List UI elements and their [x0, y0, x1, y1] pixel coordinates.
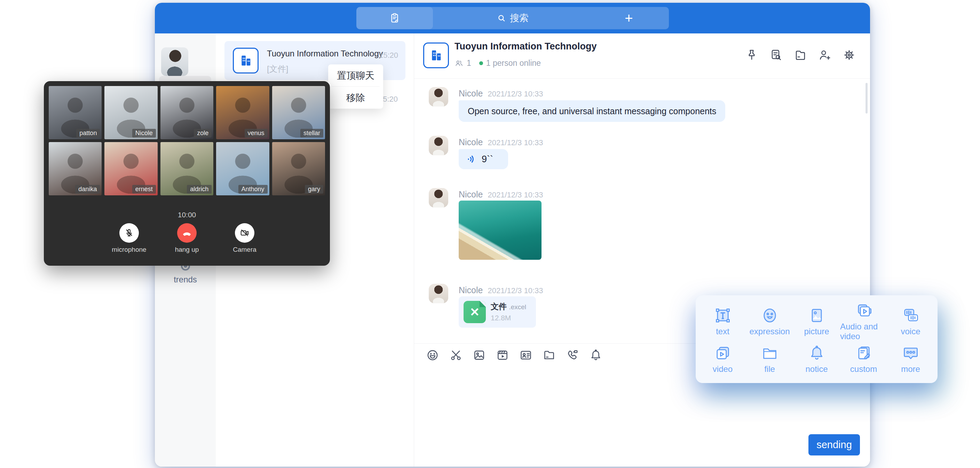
folder-icon[interactable]	[542, 348, 556, 362]
control-label: Camera	[220, 246, 269, 254]
building-icon	[239, 54, 253, 67]
notification-bell-icon[interactable]	[589, 348, 602, 362]
group-avatar	[423, 43, 449, 68]
hangup-phone-icon	[181, 227, 192, 238]
picture-icon-blue	[808, 307, 826, 324]
context-menu: 置顶聊天 移除	[328, 64, 383, 109]
panel-item-expression[interactable]: expression	[746, 302, 793, 341]
add-member-icon[interactable]	[818, 48, 832, 62]
sender-avatar[interactable]	[429, 136, 448, 155]
video-clip-icon[interactable]	[496, 348, 509, 362]
scrollbar-thumb[interactable]	[865, 83, 868, 113]
video-icon	[714, 344, 732, 362]
camera-control: Camera	[220, 223, 269, 254]
emoji-icon[interactable]	[426, 348, 439, 362]
panel-label: expression	[749, 327, 790, 336]
camera-muted-icon	[239, 228, 250, 238]
hang-up-button[interactable]	[177, 223, 197, 243]
notice-bell-icon	[808, 344, 826, 362]
sender-avatar[interactable]	[429, 87, 448, 107]
screenshot-scissors-icon[interactable]	[449, 348, 463, 362]
camera-toggle-button[interactable]	[235, 223, 255, 243]
video-tile: Nicole	[104, 86, 157, 139]
screen: 搜索 + trends	[0, 0, 980, 468]
menu-item-remove[interactable]: 移除	[328, 87, 383, 109]
video-tile: gary	[272, 142, 325, 195]
more-icon	[902, 344, 920, 362]
pin-icon[interactable]	[745, 48, 759, 62]
picture-icon[interactable]	[473, 348, 486, 362]
panel-item-audio-video[interactable]: Audio and video	[840, 302, 887, 341]
call-controls: microphone hang up Camer	[44, 223, 330, 254]
members-icon	[455, 59, 463, 68]
sender-avatar[interactable]	[429, 284, 448, 303]
trends-label: trends	[155, 275, 216, 284]
panel-label: video	[713, 364, 733, 374]
sender-name: Nicole	[459, 137, 483, 147]
add-button[interactable]: +	[616, 7, 642, 29]
message-time: 2021/12/3 10:33	[488, 89, 543, 98]
participant-name: Anthony	[239, 185, 267, 193]
panel-item-text[interactable]: text	[699, 302, 746, 341]
panel-item-custom[interactable]: custom	[840, 341, 887, 377]
avatar[interactable]	[161, 47, 188, 76]
panel-item-voice[interactable]: voice	[887, 302, 934, 341]
file-folder-icon	[761, 344, 779, 362]
voice-duration: 9``	[482, 154, 493, 165]
message-time: 2021/12/3 10:33	[488, 138, 543, 147]
file-box-icon[interactable]	[794, 48, 807, 62]
send-button[interactable]: sending	[808, 434, 860, 455]
voice-icon	[902, 307, 920, 324]
gear-icon[interactable]	[842, 48, 856, 62]
image-message-beach-photo[interactable]	[459, 201, 541, 260]
search-bar[interactable]: 搜索 +	[356, 7, 669, 29]
panel-item-more[interactable]: more	[887, 341, 934, 377]
panel-label: voice	[900, 327, 920, 336]
panel-item-notice[interactable]: notice	[793, 341, 840, 377]
input-toolbar	[426, 348, 602, 362]
custom-icon	[855, 344, 873, 362]
video-call-icon[interactable]	[566, 348, 579, 362]
panel-label: more	[901, 364, 920, 374]
plus-icon: +	[625, 10, 633, 26]
file-message-card[interactable]: ✕ 文件 .excel 12.8M	[459, 296, 536, 327]
microphone-mute-button[interactable]	[119, 223, 139, 243]
panel-label: file	[764, 364, 775, 374]
participant-name: gary	[305, 185, 323, 193]
participant-name: patton	[76, 129, 100, 137]
sender-name: Nicole	[459, 189, 483, 199]
sender-avatar[interactable]	[429, 188, 448, 208]
file-name: 文件	[491, 302, 507, 311]
panel-item-file[interactable]: file	[746, 341, 793, 377]
message-bubble[interactable]: Open source, free, and universal instant…	[459, 100, 725, 122]
video-tile: aldrich	[161, 142, 213, 195]
chat-history-search-icon[interactable]	[769, 48, 783, 62]
contact-card-icon[interactable]	[519, 348, 533, 362]
excel-file-icon: ✕	[463, 301, 486, 323]
menu-item-pin-chat[interactable]: 置顶聊天	[328, 64, 383, 86]
control-label: microphone	[105, 246, 153, 254]
participant-name: aldrich	[187, 185, 212, 193]
video-tile: danika	[49, 142, 102, 195]
control-label: hang up	[162, 246, 211, 254]
message-time: 2021/12/3 10:33	[488, 286, 543, 295]
panel-label: picture	[804, 327, 829, 336]
chat-subtitle: 1 1 person online	[455, 59, 541, 68]
building-icon	[429, 48, 443, 62]
search-icon	[496, 13, 506, 23]
chat-title: Tuoyun Information Technology	[455, 41, 597, 52]
video-tile: stellar	[272, 86, 325, 139]
mic-muted-icon	[124, 228, 134, 238]
panel-item-video[interactable]: video	[699, 341, 746, 377]
participant-name: stellar	[300, 129, 323, 137]
voice-message-bubble[interactable]: 9``	[459, 149, 508, 169]
participant-grid: patton Nicole zole venus stellar danika …	[49, 86, 325, 195]
top-bar: 搜索 +	[155, 3, 870, 34]
conversation-last-message: [文件]	[267, 63, 288, 75]
chat-area: Tuoyun Information Technology 1 1 person…	[414, 34, 870, 466]
participant-name: venus	[245, 129, 267, 137]
video-call-panel: patton Nicole zole venus stellar danika …	[44, 81, 330, 266]
video-tile: zole	[161, 86, 213, 139]
panel-item-picture[interactable]: picture	[793, 302, 840, 341]
hangup-control: hang up	[162, 223, 211, 254]
